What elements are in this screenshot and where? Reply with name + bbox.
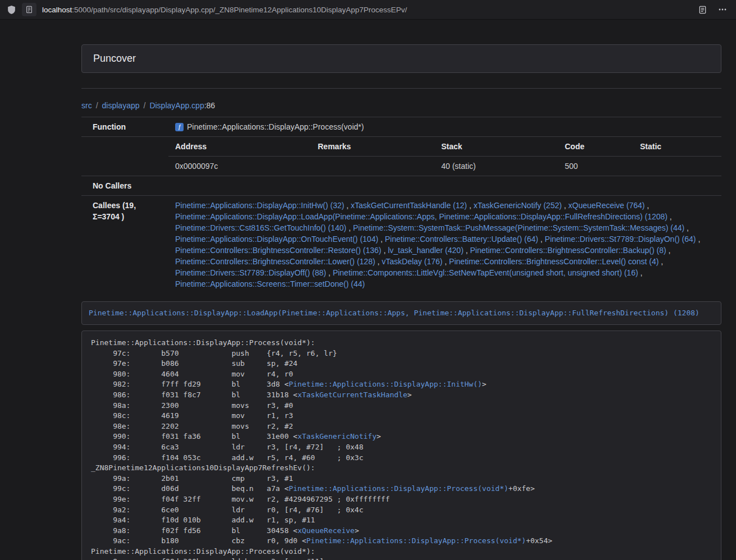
callee-link[interactable]: Pinetime::Applications::Screens::Timer::… <box>175 279 365 288</box>
callee-separator: , <box>638 268 643 277</box>
callee-link[interactable]: Pinetime::Applications::DisplayApp::OnTo… <box>175 235 378 244</box>
breadcrumb-link[interactable]: DisplayApp.cpp <box>149 101 204 110</box>
page-info-icon[interactable] <box>22 3 36 16</box>
url-host: localhost <box>42 6 72 14</box>
shield-icon[interactable] <box>7 5 16 15</box>
url-path: :5000/path/src/displayapp/DisplayApp.cpp… <box>72 6 407 14</box>
disassembly-pre: Pinetime::Applications::DisplayApp::Proc… <box>81 331 721 560</box>
disassembly-symbol-link[interactable]: Pinetime::Applications::DisplayApp::Proc… <box>289 484 508 493</box>
function-icon: ƒ <box>175 123 184 131</box>
callee-separator: , <box>659 257 663 266</box>
stack-value: 40 (static) <box>435 157 558 176</box>
menu-icon[interactable] <box>718 5 727 14</box>
callees-row: Callees (19, Σ=3704 ) Pinetime::Applicat… <box>81 196 721 294</box>
callee-separator: , <box>684 223 689 232</box>
callee-link[interactable]: xQueueReceive (764) <box>568 201 644 210</box>
column-header-address: Address <box>168 137 311 157</box>
callee-link[interactable]: Pinetime::Drivers::St7789::DisplayOn() (… <box>545 235 696 244</box>
callee-separator: , <box>464 246 470 255</box>
disassembly-symbol-link[interactable]: xTaskGenericNotify <box>298 432 377 440</box>
column-header-static: Static <box>633 137 721 157</box>
no-callers-label: No Callers <box>81 176 168 196</box>
callee-separator: , <box>378 235 385 244</box>
breadcrumb-separator: / <box>144 101 146 110</box>
callee-separator: , <box>538 235 545 244</box>
code-value: 500 <box>558 157 633 176</box>
page-container: Puncover src/displayapp/DisplayApp.cpp:8… <box>81 20 721 560</box>
callee-separator: , <box>562 201 569 210</box>
url-bar[interactable]: localhost:5000/path/src/displayapp/Displ… <box>42 6 693 14</box>
callee-separator: , <box>666 246 671 255</box>
column-header-stack: Stack <box>435 137 558 157</box>
callee-separator: , <box>668 212 672 221</box>
static-value <box>633 157 721 176</box>
callee-separator: , <box>696 235 701 244</box>
callee-separator: , <box>442 257 449 266</box>
callees-list: Pinetime::Applications::DisplayApp::Init… <box>168 196 721 294</box>
column-header-remarks: Remarks <box>311 137 435 157</box>
callee-link[interactable]: Pinetime::Controllers::BrightnessControl… <box>175 246 381 255</box>
breadcrumb-line-number: :86 <box>204 101 215 110</box>
callee-separator: , <box>381 246 388 255</box>
disassembly-symbol-link[interactable]: Pinetime::Applications::DisplayApp::Proc… <box>307 536 526 545</box>
callee-separator: , <box>344 201 351 210</box>
callee-separator: , <box>644 201 649 210</box>
function-row: Function ƒ Pinetime::Applications::Displ… <box>81 117 721 137</box>
toolbar-actions <box>698 5 729 14</box>
callee-link[interactable]: Pinetime::Drivers::Cst816S::GetTouchInfo… <box>175 223 346 232</box>
callee-separator: , <box>375 257 382 266</box>
callee-separator: , <box>326 268 333 277</box>
function-row-label: Function <box>81 117 168 137</box>
callee-link[interactable]: xTaskGenericNotify (252) <box>473 201 561 210</box>
page-title: Puncover <box>93 53 710 65</box>
callee-link[interactable]: Pinetime::Controllers::BrightnessControl… <box>449 257 659 266</box>
symbol-panel: Pinetime::Applications::DisplayApp::Load… <box>81 301 721 325</box>
function-table: Function ƒ Pinetime::Applications::Displ… <box>81 117 721 293</box>
reader-view-icon[interactable] <box>698 6 707 14</box>
callees-label: Callees (19, Σ=3704 ) <box>81 196 168 294</box>
stats-value-row: 0x0000097c 40 (static) 500 <box>81 157 721 176</box>
callee-separator: , <box>346 223 353 232</box>
symbol-link[interactable]: Pinetime::Applications::DisplayApp::Load… <box>89 309 700 317</box>
disassembly-symbol-link[interactable]: Pinetime::Applications::DisplayApp::Init… <box>289 380 482 388</box>
disassembly-symbol-link[interactable]: xTaskGetCurrentTaskHandle <box>298 391 408 399</box>
divider <box>81 88 721 89</box>
breadcrumb-link[interactable]: src <box>81 101 92 110</box>
callee-link[interactable]: Pinetime::System::SystemTask::PushMessag… <box>353 223 685 232</box>
no-callers-row: No Callers <box>81 176 721 196</box>
callee-link[interactable]: Pinetime::Controllers::Battery::Update()… <box>385 235 538 244</box>
stats-header-row: Address Remarks Stack Code Static <box>81 137 721 157</box>
address-value: 0x0000097c <box>168 157 311 176</box>
breadcrumb-separator: / <box>96 101 98 110</box>
callee-link[interactable]: Pinetime::Drivers::St7789::DisplayOff() … <box>175 268 326 277</box>
callee-link[interactable]: lv_task_handler (420) <box>388 246 464 255</box>
browser-toolbar: localhost:5000/path/src/displayapp/Displ… <box>0 0 736 20</box>
app-header-panel: Puncover <box>81 44 721 73</box>
callee-link[interactable]: Pinetime::Applications::DisplayApp::Load… <box>175 212 668 221</box>
callee-link[interactable]: vTaskDelay (176) <box>382 257 442 266</box>
breadcrumb-link[interactable]: displayapp <box>102 101 140 110</box>
callee-separator: , <box>467 201 474 210</box>
callee-link[interactable]: Pinetime::Applications::DisplayApp::Init… <box>175 201 344 210</box>
remarks-value <box>311 157 435 176</box>
callee-link[interactable]: xTaskGetCurrentTaskHandle (12) <box>351 201 467 210</box>
callee-link[interactable]: Pinetime::Controllers::BrightnessControl… <box>175 257 375 266</box>
column-header-code: Code <box>558 137 633 157</box>
function-name: Pinetime::Applications::DisplayApp::Proc… <box>187 121 364 132</box>
disassembly-symbol-link[interactable]: xQueueReceive <box>298 526 355 535</box>
breadcrumb: src/displayapp/DisplayApp.cpp:86 <box>81 101 721 110</box>
callee-link[interactable]: Pinetime::Components::LittleVgl::SetNewT… <box>333 268 638 277</box>
callee-link[interactable]: Pinetime::Controllers::BrightnessControl… <box>470 246 666 255</box>
